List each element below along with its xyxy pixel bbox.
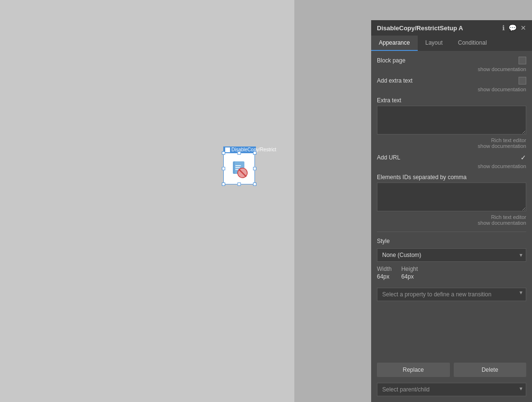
handle-top-left[interactable] xyxy=(222,151,225,155)
add-extra-text-checkbox[interactable] xyxy=(519,77,526,85)
close-icon[interactable]: ✕ xyxy=(520,24,526,32)
handle-mid-left[interactable] xyxy=(222,167,225,171)
tab-layout[interactable]: Layout xyxy=(418,36,450,51)
comment-icon[interactable]: 💬 xyxy=(508,24,517,32)
elements-ids-row: Elements IDs separated by comma xyxy=(377,174,526,181)
bottom-area: Select parent/child xyxy=(371,381,532,402)
block-page-row: Block page xyxy=(377,57,526,64)
widget-container[interactable]: DisableCopy/Restrict xyxy=(223,146,256,190)
elements-ids-input[interactable] xyxy=(377,183,526,211)
block-page-checkbox[interactable] xyxy=(519,57,526,64)
width-value: 64px xyxy=(377,273,392,280)
width-item: Width 64px xyxy=(377,266,392,280)
add-extra-text-show-doc[interactable]: show documentation xyxy=(377,86,526,92)
parent-child-select[interactable]: Select parent/child xyxy=(377,383,526,396)
block-page-label: Block page xyxy=(377,57,405,64)
tab-appearance[interactable]: Appearance xyxy=(371,36,418,51)
panel-title: DisableCopy/RestrictSetup A xyxy=(377,24,463,32)
handle-top-right[interactable] xyxy=(253,151,256,155)
add-extra-text-row: Add extra text xyxy=(377,77,526,85)
svg-rect-3 xyxy=(235,167,240,168)
tab-conditional[interactable]: Conditional xyxy=(450,36,495,51)
extra-text-rich-editor[interactable]: Rich text editor xyxy=(377,137,526,143)
tabs-container: Appearance Layout Conditional xyxy=(371,36,532,51)
panel-header: DisableCopy/RestrictSetup A ℹ 💬 ✕ xyxy=(371,20,532,36)
handle-bottom-mid[interactable] xyxy=(238,183,241,186)
widget-icon-wrapper[interactable] xyxy=(223,153,255,184)
handle-bottom-right[interactable] xyxy=(253,183,256,186)
add-url-show-doc[interactable]: show documentation xyxy=(377,163,526,169)
transition-select-wrapper: Select a property to define a new transi… xyxy=(377,284,526,301)
svg-rect-2 xyxy=(235,165,241,166)
handle-mid-right[interactable] xyxy=(253,167,256,171)
extra-text-show-doc[interactable]: show documentation xyxy=(377,143,526,149)
right-panel: DisableCopy/RestrictSetup A ℹ 💬 ✕ Appear… xyxy=(371,20,532,402)
panel-content: Block page show documentation Add extra … xyxy=(371,51,532,353)
widget-checkbox xyxy=(225,147,230,152)
height-label: Height xyxy=(401,266,418,272)
dimensions-row: Width 64px Height 64px xyxy=(377,266,526,280)
divider-1 xyxy=(377,231,526,232)
add-url-row: Add URL ✓ xyxy=(377,154,526,161)
action-buttons: Replace Delete xyxy=(371,359,532,381)
canvas xyxy=(0,0,294,402)
elements-ids-show-doc[interactable]: show documentation xyxy=(377,220,526,226)
copy-restrict-icon xyxy=(228,158,250,180)
height-value: 64px xyxy=(401,273,418,280)
panel-icons: ℹ 💬 ✕ xyxy=(502,24,526,32)
parent-child-select-wrapper: Select parent/child xyxy=(377,381,526,396)
elements-ids-rich-editor[interactable]: Rich text editor xyxy=(377,214,526,220)
delete-button[interactable]: Delete xyxy=(454,363,527,377)
extra-text-input[interactable] xyxy=(377,106,526,134)
info-icon[interactable]: ℹ xyxy=(502,24,505,32)
style-select[interactable]: None (Custom) Default Custom xyxy=(377,248,526,262)
extra-text-label: Extra text xyxy=(377,97,401,104)
add-extra-text-label: Add extra text xyxy=(377,77,412,84)
block-page-show-doc[interactable]: show documentation xyxy=(377,66,526,72)
handle-bottom-left[interactable] xyxy=(222,183,225,186)
transition-select[interactable]: Select a property to define a new transi… xyxy=(377,288,526,301)
elements-ids-label: Elements IDs separated by comma xyxy=(377,174,467,181)
handle-top-mid[interactable] xyxy=(238,151,241,155)
add-url-label: Add URL xyxy=(377,154,400,161)
height-item: Height 64px xyxy=(401,266,418,280)
style-select-wrapper: None (Custom) Default Custom xyxy=(377,248,526,262)
replace-button[interactable]: Replace xyxy=(377,363,450,377)
add-url-checkmark[interactable]: ✓ xyxy=(520,154,526,161)
extra-text-row: Extra text xyxy=(377,97,526,104)
width-label: Width xyxy=(377,266,392,272)
style-label: Style xyxy=(377,238,526,244)
